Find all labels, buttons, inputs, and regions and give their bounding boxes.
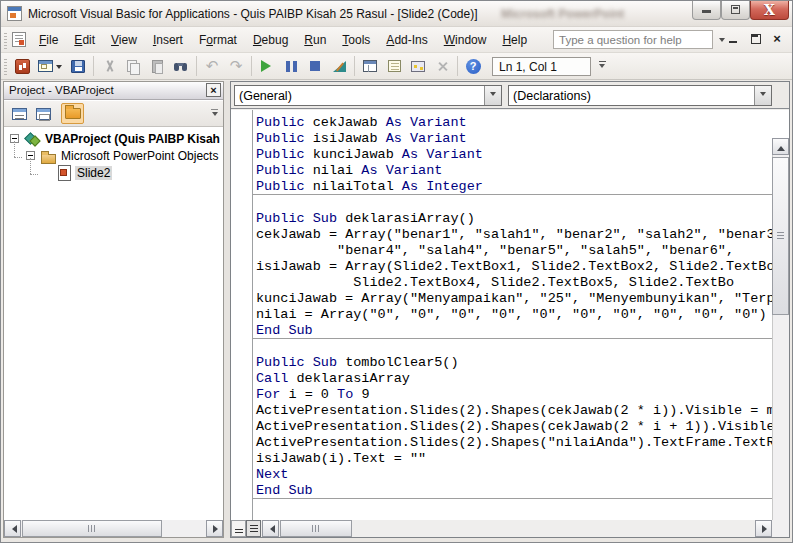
design-mode-icon [333,61,346,72]
code-line[interactable] [256,499,772,515]
menu-file[interactable]: File [31,29,66,51]
help-search-input[interactable]: Type a question for help [553,30,713,49]
folder-icon [65,108,81,119]
close-button[interactable]: X [750,1,789,20]
child-minimize-button[interactable] [726,32,740,46]
project-panel-header[interactable]: Project - VBAProject × [4,82,223,100]
reset-button[interactable] [303,55,327,77]
scroll-right-button[interactable] [755,520,772,537]
insert-userform-button[interactable] [34,55,66,77]
help-button[interactable] [461,55,485,77]
code-line[interactable]: End Sub [256,483,772,499]
restore-button[interactable] [721,1,750,20]
scrollbar-thumb[interactable] [772,157,789,315]
menu-debug[interactable]: Debug [245,29,296,51]
tree-item-label[interactable]: Slide2 [75,166,112,180]
menu-edit[interactable]: Edit [66,29,103,51]
toolbar-options-button[interactable] [596,61,608,71]
menu-tools[interactable]: Tools [334,29,378,51]
code-line[interactable]: Public cekJawab As Variant [256,115,772,131]
code-line[interactable]: Public nilaiTotal As Integer [256,179,772,195]
object-dropdown[interactable]: (General) [234,85,502,106]
child-restore-button[interactable] [748,32,762,46]
run-sub-button[interactable] [255,55,279,77]
code-line[interactable]: ActivePresentation.Slides(2).Shapes("nil… [256,435,772,451]
code-line[interactable]: Public nilai As Variant [256,163,772,179]
code-line[interactable]: Call deklarasiArray [256,371,772,387]
menu-window[interactable]: Window [436,29,495,51]
procedure-view-button[interactable] [231,520,246,537]
child-window-controls: × [726,32,784,46]
scrollbar-thumb[interactable] [280,520,352,537]
minimize-button[interactable] [692,1,721,20]
code-line[interactable] [256,339,772,355]
code-line[interactable]: isiJawab(i).Text = "" [256,451,772,467]
object-browser-button[interactable] [406,55,430,77]
code-line[interactable]: "benar4", "salah4", "benar5", "salah5", … [256,243,772,259]
code-line[interactable] [256,195,772,211]
procedure-dropdown-button[interactable] [754,86,771,105]
menu-run[interactable]: Run [296,29,334,51]
menu-addins[interactable]: Add-Ins [378,29,435,51]
code-line[interactable]: Next [256,467,772,483]
find-button[interactable] [169,55,193,77]
code-editor-area[interactable]: Public cekJawab As VariantPublic isiJawa… [231,110,789,522]
menu-insert[interactable]: Insert [145,29,191,51]
code-line[interactable]: Slide2.TextBox4, Slide2.TextBox5, Slide2… [256,275,772,291]
code-line[interactable]: End Sub [256,323,772,339]
child-close-button[interactable]: × [770,32,784,46]
full-module-view-button[interactable] [246,520,261,537]
code-line[interactable]: kunciJawab = Array("Menyampaikan", "25",… [256,291,772,307]
tree-item-vbaproject-quis-paibp-kisah[interactable]: VBAProject (Quis PAIBP Kisah [4,130,223,147]
toggle-folders-button[interactable] [61,103,84,124]
code-line[interactable]: isiJawab = Array(Slide2.TextBox1, Slide2… [256,259,772,275]
cut-button [97,55,121,77]
menu-format[interactable]: Format [191,29,245,51]
project-explorer-button[interactable] [358,55,382,77]
chevron-down-icon[interactable] [56,65,62,72]
code-line[interactable]: Public Sub deklarasiArray() [256,211,772,227]
code-vertical-scrollbar[interactable] [772,138,789,522]
view-powerpoint-icon [15,59,30,74]
object-dropdown-button[interactable] [484,86,501,105]
view-object-button[interactable] [32,103,55,124]
scrollbar-thumb[interactable] [22,520,162,537]
tree-item-label[interactable]: Microsoft PowerPoint Objects [59,149,220,163]
panel-toolbar-options[interactable] [210,109,219,119]
save-button[interactable] [66,55,90,77]
toolbar-drag-handle[interactable] [4,57,7,75]
menu-view[interactable]: View [103,29,145,51]
properties-window-button[interactable] [382,55,406,77]
code-line[interactable]: nilai = Array("0", "0", "0", "0", "0", "… [256,307,772,323]
menu-help[interactable]: Help [494,29,535,51]
code-line[interactable]: ActivePresentation.Slides(2).Shapes(cekJ… [256,403,772,419]
code-line[interactable]: cekJawab = Array("benar1", "salah1", "be… [256,227,772,243]
break-button[interactable] [279,55,303,77]
code-line[interactable]: ActivePresentation.Slides(2).Shapes(cekJ… [256,419,772,435]
menubar-drag-handle[interactable] [4,31,7,49]
tree-item-microsoft-powerpoint-objects[interactable]: Microsoft PowerPoint Objects [4,147,223,164]
toolbar-separator [354,56,355,76]
scroll-left-button[interactable] [4,520,21,537]
view-code-button[interactable] [8,103,31,124]
code-line[interactable]: Public Sub tombolClear5() [256,355,772,371]
help-icon [466,59,481,74]
project-panel-toolbar [4,101,223,127]
procedure-dropdown[interactable]: (Declarations) [508,85,772,106]
view-powerpoint-button[interactable] [10,55,34,77]
code-text[interactable]: Public cekJawab As VariantPublic isiJawa… [231,110,772,522]
project-horizontal-scrollbar[interactable] [4,520,223,537]
code-line[interactable]: Public isiJawab As Variant [256,131,772,147]
design-mode-button[interactable] [327,55,351,77]
tree-item-slide2[interactable]: Slide2 [4,164,223,181]
scroll-right-button[interactable] [206,520,223,537]
scrollbar-corner [772,520,789,537]
code-window-system-icon[interactable] [12,32,26,47]
scroll-left-button[interactable] [262,520,279,537]
project-panel-close-button[interactable]: × [206,83,221,97]
scroll-up-button[interactable] [772,138,789,155]
code-line[interactable]: Public kunciJawab As Variant [256,147,772,163]
tree-item-label[interactable]: VBAProject (Quis PAIBP Kisah [43,132,222,146]
code-line[interactable]: For i = 0 To 9 [256,387,772,403]
toolbar-separator [457,56,458,76]
